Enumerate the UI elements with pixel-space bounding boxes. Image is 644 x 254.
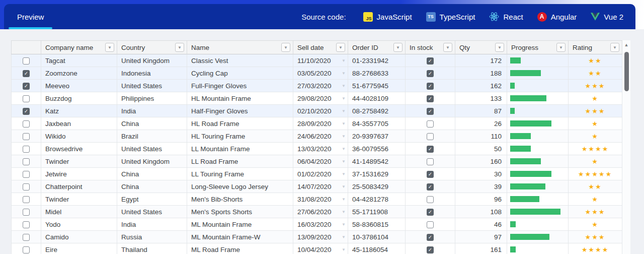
- row-select-checkbox[interactable]: [23, 146, 30, 153]
- qty-cell[interactable]: 30: [455, 168, 507, 180]
- progress-cell[interactable]: [507, 67, 569, 80]
- progress-cell[interactable]: [507, 193, 569, 206]
- row-select-checkbox[interactable]: [23, 183, 30, 190]
- sell-date-cell[interactable]: 13/09/2020▼: [293, 231, 348, 243]
- in-stock-checkbox[interactable]: ✓: [427, 95, 434, 102]
- link-vue2[interactable]: Vue 2: [591, 13, 623, 21]
- scrollbar-thumb[interactable]: [624, 52, 629, 91]
- qty-cell[interactable]: 26: [455, 117, 507, 130]
- qty-cell[interactable]: 97: [455, 231, 507, 243]
- country-cell[interactable]: China: [117, 180, 187, 193]
- company-cell[interactable]: Midel: [41, 206, 117, 218]
- order-id-cell[interactable]: 25-5083429: [348, 180, 406, 193]
- order-id-cell[interactable]: 04-4281278: [348, 193, 406, 206]
- order-id-cell[interactable]: 10-3786104: [348, 231, 406, 243]
- product-name-cell[interactable]: LL Road Frame: [187, 155, 293, 168]
- vertical-scrollbar[interactable]: ▲: [622, 40, 630, 254]
- rating-cell[interactable]: ★★★★: [569, 143, 622, 155]
- filter-button[interactable]: ▼: [610, 43, 619, 52]
- country-cell[interactable]: China: [117, 168, 187, 180]
- company-cell[interactable]: Katz: [41, 105, 117, 117]
- row-select-checkbox[interactable]: [23, 120, 30, 128]
- progress-cell[interactable]: [507, 105, 569, 117]
- scroll-up-icon[interactable]: ▲: [622, 42, 630, 47]
- row-select-checkbox[interactable]: [23, 95, 30, 102]
- company-cell[interactable]: Tagcat: [41, 54, 117, 67]
- company-cell[interactable]: Chatterpoint: [41, 180, 117, 193]
- company-cell[interactable]: Camido: [41, 231, 117, 243]
- qty-cell[interactable]: 50: [455, 143, 507, 155]
- row-select-checkbox[interactable]: [23, 171, 30, 178]
- product-name-cell[interactable]: HL Mountain Frame: [187, 92, 293, 105]
- sell-date-cell[interactable]: 27/06/2020▼: [293, 206, 348, 218]
- country-cell[interactable]: India: [117, 105, 187, 117]
- rating-cell[interactable]: ★★★: [569, 105, 622, 117]
- order-id-cell[interactable]: 01-2331942: [348, 54, 406, 67]
- rating-cell[interactable]: ★: [569, 155, 622, 168]
- in-stock-checkbox[interactable]: ✓: [427, 171, 434, 178]
- filter-button[interactable]: ▼: [336, 43, 345, 52]
- sell-date-cell[interactable]: 11/10/2020▼: [293, 54, 348, 67]
- sell-date-cell[interactable]: 06/04/2020▼: [293, 155, 348, 168]
- sell-date-cell[interactable]: 28/09/2020▼: [293, 117, 348, 130]
- sell-date-cell[interactable]: 14/07/2020▼: [293, 180, 348, 193]
- order-id-cell[interactable]: 20-9397637: [348, 130, 406, 143]
- product-name-cell[interactable]: LL Mountain Frame: [187, 143, 293, 155]
- order-id-cell[interactable]: 36-0079556: [348, 143, 406, 155]
- company-cell[interactable]: Wikido: [41, 130, 117, 143]
- product-name-cell[interactable]: ML Mountain Frame: [187, 218, 293, 231]
- filter-button[interactable]: ▼: [443, 43, 452, 52]
- row-select-checkbox[interactable]: ✓: [23, 83, 30, 90]
- in-stock-checkbox[interactable]: ✓: [427, 183, 434, 190]
- rating-cell[interactable]: ★★★: [569, 80, 622, 92]
- sell-date-cell[interactable]: 10/04/2020▼: [293, 243, 348, 254]
- company-cell[interactable]: Buzzdog: [41, 92, 117, 105]
- company-cell[interactable]: Eire: [41, 243, 117, 254]
- country-cell[interactable]: Brazil: [117, 130, 187, 143]
- rating-cell[interactable]: ★★: [569, 67, 622, 80]
- sell-date-cell[interactable]: 13/03/2020▼: [293, 143, 348, 155]
- company-cell[interactable]: Browsedrive: [41, 143, 117, 155]
- order-id-cell[interactable]: 45-1186054: [348, 243, 406, 254]
- order-id-cell[interactable]: 55-1711908: [348, 206, 406, 218]
- rating-cell[interactable]: ★★★: [569, 231, 622, 243]
- filter-button[interactable]: ▼: [393, 43, 403, 52]
- filter-button[interactable]: ▼: [495, 43, 504, 52]
- link-typescript[interactable]: TS TypeScript: [426, 12, 475, 22]
- company-cell[interactable]: Jetwire: [41, 168, 117, 180]
- progress-cell[interactable]: [507, 168, 569, 180]
- order-id-cell[interactable]: 58-8360815: [348, 218, 406, 231]
- rating-cell[interactable]: ★: [569, 218, 622, 231]
- row-select-checkbox[interactable]: [23, 57, 30, 65]
- qty-cell[interactable]: 96: [455, 193, 507, 206]
- filter-button[interactable]: ▼: [175, 43, 184, 52]
- qty-cell[interactable]: 160: [455, 155, 507, 168]
- rating-cell[interactable]: ★: [569, 193, 622, 206]
- row-select-checkbox[interactable]: ✓: [23, 108, 30, 115]
- product-name-cell[interactable]: HL Touring Frame: [187, 130, 293, 143]
- company-cell[interactable]: Twinder: [41, 155, 117, 168]
- company-cell[interactable]: Zoomzone: [41, 67, 117, 80]
- order-id-cell[interactable]: 51-6775945: [348, 80, 406, 92]
- row-select-checkbox[interactable]: [23, 133, 30, 140]
- in-stock-checkbox[interactable]: ✓: [427, 108, 434, 115]
- order-id-cell[interactable]: 44-4028109: [348, 92, 406, 105]
- progress-cell[interactable]: [507, 155, 569, 168]
- progress-cell[interactable]: [507, 130, 569, 143]
- in-stock-checkbox[interactable]: ✓: [427, 83, 434, 90]
- rating-cell[interactable]: ★★★★★: [569, 168, 622, 180]
- country-cell[interactable]: United States: [117, 206, 187, 218]
- rating-cell[interactable]: ★★★: [569, 206, 622, 218]
- sell-date-cell[interactable]: 02/10/2020▼: [293, 105, 348, 117]
- rating-cell[interactable]: ★: [569, 130, 622, 143]
- in-stock-checkbox[interactable]: [427, 221, 434, 228]
- row-select-checkbox[interactable]: ✓: [23, 70, 30, 77]
- qty-cell[interactable]: 39: [455, 180, 507, 193]
- product-name-cell[interactable]: ML Mountain Frame-W: [187, 231, 293, 243]
- row-select-checkbox[interactable]: [23, 196, 30, 203]
- progress-cell[interactable]: [507, 180, 569, 193]
- progress-cell[interactable]: [507, 54, 569, 67]
- country-cell[interactable]: United Kingdom: [117, 54, 187, 67]
- country-cell[interactable]: Indonesia: [117, 67, 187, 80]
- progress-cell[interactable]: [507, 231, 569, 243]
